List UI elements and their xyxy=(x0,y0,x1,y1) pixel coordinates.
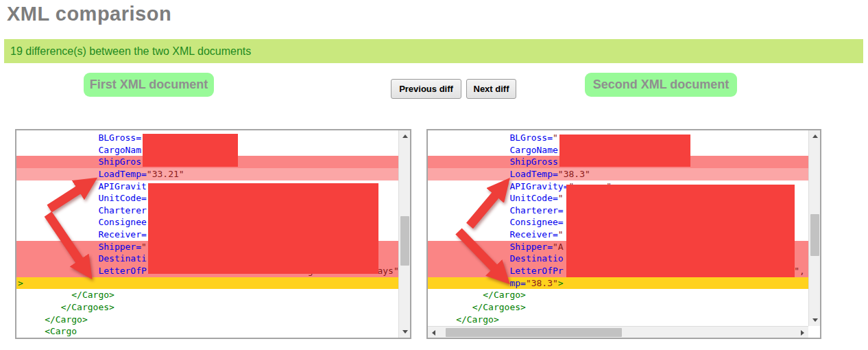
vertical-scrollbar[interactable] xyxy=(808,130,820,326)
code-token xyxy=(429,253,509,264)
scrollbar-thumb[interactable] xyxy=(810,214,819,256)
code-token: LoadTemp= xyxy=(509,169,557,179)
code-token xyxy=(429,169,509,179)
next-diff-button[interactable]: Next diff xyxy=(466,79,516,99)
code-line: </Cargoes> xyxy=(16,301,398,314)
scroll-down-icon xyxy=(812,318,818,322)
code-token xyxy=(18,326,45,336)
code-token xyxy=(429,132,509,143)
scroll-up-icon xyxy=(402,135,408,138)
code-token: > xyxy=(18,278,23,288)
page-title: XML comparison xyxy=(7,3,171,25)
code-token xyxy=(429,242,509,252)
second-xml-panel[interactable]: BLGross=" CargoName ShipGross LoadTemp="… xyxy=(426,129,821,339)
code-token: BLGross= xyxy=(98,132,141,143)
vertical-scrollbar[interactable] xyxy=(398,130,410,338)
code-token: Shipper= xyxy=(98,242,141,252)
previous-diff-button[interactable]: Previous diff xyxy=(391,79,461,99)
code-token xyxy=(429,278,509,288)
code-token: > xyxy=(558,278,564,288)
xml-comparison-page: XML comparison 19 difference(s) between … xyxy=(0,0,868,350)
redaction-box xyxy=(566,185,795,277)
code-line: > xyxy=(16,277,398,290)
code-token: <Cargo xyxy=(45,326,77,336)
code-line: LoadTemp="33.21" xyxy=(16,168,398,180)
code-token: " xyxy=(141,242,147,252)
redaction-box xyxy=(148,183,378,274)
diff-count-banner: 19 difference(s) between the two XML doc… xyxy=(4,39,863,63)
code-line: <Cargo xyxy=(16,325,398,338)
code-token xyxy=(18,314,45,325)
code-token: "38.3" xyxy=(526,278,558,288)
scroll-up-button[interactable] xyxy=(809,130,821,142)
code-token: </Cargo> xyxy=(45,314,88,325)
code-token: </Cargo> xyxy=(483,290,526,300)
code-token xyxy=(18,266,98,276)
scroll-up-button[interactable] xyxy=(399,130,411,142)
code-token xyxy=(18,145,98,155)
code-token: Destinatio xyxy=(509,253,563,264)
first-xml-panel[interactable]: BLGross= CargoNam ShipGros LoadTemp="33.… xyxy=(15,129,411,339)
code-token xyxy=(429,193,509,203)
code-token: mp= xyxy=(509,278,525,288)
code-token: APIGravity= xyxy=(509,181,568,191)
code-token xyxy=(18,290,71,300)
scroll-right-icon xyxy=(801,330,804,336)
code-token: UnitCode= xyxy=(98,193,146,203)
code-token xyxy=(18,193,98,203)
code-token: Charterer xyxy=(98,205,146,215)
code-token xyxy=(18,181,98,191)
code-token xyxy=(429,181,509,191)
code-token: "33.21" xyxy=(147,169,184,179)
code-token: " xyxy=(558,193,564,203)
code-token: </Cargo> xyxy=(71,290,114,300)
code-token xyxy=(429,156,509,167)
code-token xyxy=(429,290,483,300)
code-line: </Cargo> xyxy=(428,314,808,326)
code-token: Receiver= xyxy=(98,229,146,240)
scrollbar-thumb[interactable] xyxy=(400,216,409,266)
code-line: </Cargo> xyxy=(428,289,808,301)
code-token: LetterOfPr xyxy=(509,266,563,276)
code-token xyxy=(18,205,98,215)
code-token xyxy=(18,242,98,252)
code-token xyxy=(18,253,98,264)
code-token: </Cargoes> xyxy=(472,302,526,312)
code-token xyxy=(18,302,61,312)
code-token xyxy=(429,145,509,155)
code-token xyxy=(18,156,98,167)
code-token xyxy=(18,132,98,143)
code-token: "A xyxy=(553,242,564,252)
code-token xyxy=(429,266,509,276)
code-token: "38.3" xyxy=(558,169,590,179)
first-doc-label: First XML document xyxy=(84,73,214,97)
code-token: Consignee= xyxy=(509,217,563,227)
code-token: " xyxy=(558,229,564,240)
code-token: APIGravit xyxy=(98,181,146,191)
scroll-left-button[interactable] xyxy=(428,327,439,338)
code-token xyxy=(18,217,98,227)
scroll-right-button[interactable] xyxy=(797,327,808,338)
code-token: Destinati xyxy=(98,253,146,264)
code-token: Receiver= xyxy=(509,229,557,240)
scrollbar-thumb[interactable] xyxy=(446,328,622,337)
scroll-down-button[interactable] xyxy=(399,326,411,338)
horizontal-scrollbar[interactable] xyxy=(428,326,808,338)
code-token xyxy=(429,314,456,325)
code-token xyxy=(18,229,98,240)
code-token xyxy=(429,302,472,312)
scroll-down-button[interactable] xyxy=(809,314,821,326)
code-token: Consignee xyxy=(98,217,146,227)
code-token xyxy=(429,205,509,215)
code-token xyxy=(429,229,509,240)
redaction-box xyxy=(559,135,690,167)
scrollbar-corner xyxy=(808,326,820,338)
code-token: LoadTemp= xyxy=(98,169,146,179)
code-line: LoadTemp="38.3" xyxy=(428,168,808,180)
code-token: UnitCode= xyxy=(509,193,557,203)
code-token: </Cargoes> xyxy=(61,302,114,312)
code-line: </Cargo> xyxy=(16,314,398,326)
scroll-left-icon xyxy=(432,330,435,336)
code-line: mp="38.3"> xyxy=(428,277,808,290)
code-token: Charterer= xyxy=(509,205,563,215)
